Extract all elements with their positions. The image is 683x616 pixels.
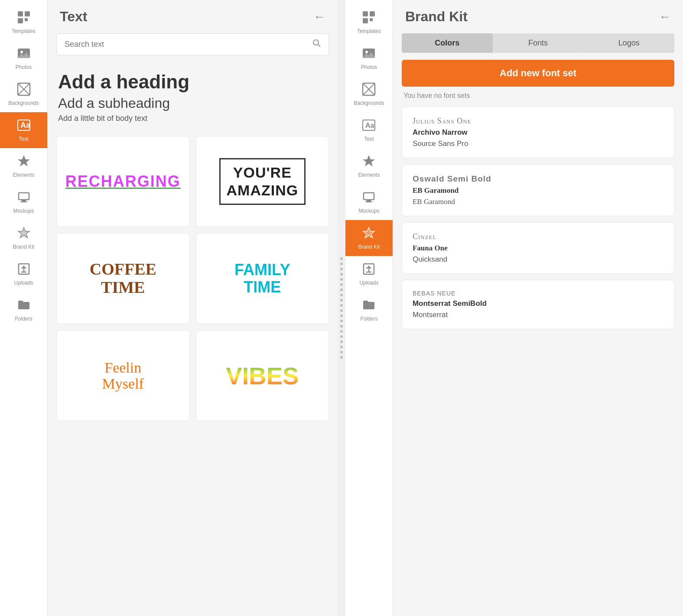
divider-dot [340, 304, 343, 307]
right-sidebar-item-uploads[interactable]: Uploads [345, 256, 393, 292]
sidebar-label-uploads: Uploads [14, 280, 33, 286]
svg-marker-30 [363, 155, 375, 166]
divider-dot [340, 351, 343, 353]
font-set-card-4[interactable]: Bebas Neue Montserrat SemiBold Montserra… [402, 280, 674, 329]
text-card-family[interactable]: FAMILYTIME [196, 233, 329, 324]
sidebar-item-photos[interactable]: Photos [0, 40, 47, 76]
brand-kit-icon [17, 226, 31, 242]
text-card-feelin[interactable]: FeelinMyself [56, 330, 190, 421]
add-body-button[interactable]: Add a little bit of body text [58, 114, 327, 123]
sidebar-label-backgrounds: Backgrounds [8, 100, 39, 106]
font-julius-sans: Julius Sans One [413, 117, 663, 126]
divider-dot [340, 309, 343, 312]
family-text: FAMILYTIME [234, 261, 290, 295]
text-card-grid: RECHARGING YOU'REAMAZING COFFEETIME FAMI… [48, 136, 338, 421]
sidebar-label-mockups: Mockups [13, 208, 34, 214]
add-subheading-button[interactable]: Add a subheading [58, 95, 327, 111]
tab-colors[interactable]: Colors [402, 33, 493, 53]
right-text-icon: Aa [362, 118, 376, 134]
font-bebas-neue: Bebas Neue [413, 290, 663, 297]
feelin-text: FeelinMyself [102, 360, 144, 392]
divider-dot [340, 263, 343, 265]
left-panel: Templates Photos Backgrounds Aa Text Ele… [0, 0, 338, 616]
svg-rect-14 [20, 201, 27, 202]
font-source-sans: Source Sans Pro [413, 139, 663, 148]
svg-rect-3 [25, 18, 28, 21]
right-sidebar-item-elements[interactable]: Elements [345, 148, 393, 184]
right-brand-kit-icon [362, 226, 376, 242]
svg-rect-13 [22, 200, 26, 201]
font-montserrat: Montserrat [413, 311, 663, 319]
right-elements-icon [362, 154, 376, 170]
left-sidebar: Templates Photos Backgrounds Aa Text Ele… [0, 0, 48, 616]
right-backgrounds-icon [362, 82, 376, 98]
tab-logos-label: Logos [618, 39, 640, 47]
backgrounds-icon [17, 82, 31, 98]
svg-marker-11 [18, 155, 30, 166]
font-set-card-1[interactable]: Julius Sans One Archivo Narrow Source Sa… [402, 107, 674, 158]
mockups-icon [17, 190, 31, 206]
font-quicksand: Quicksand [413, 255, 663, 264]
divider-dot [340, 340, 343, 343]
right-sidebar-item-brand-kit[interactable]: Brand Kit [345, 220, 393, 256]
svg-rect-22 [370, 18, 373, 21]
left-main-content: Text ← Add a heading Add a subheading Ad… [48, 0, 338, 616]
text-card-recharging[interactable]: RECHARGING [56, 136, 190, 227]
sidebar-item-elements[interactable]: Elements [0, 148, 47, 184]
text-card-amazing[interactable]: YOU'REAMAZING [196, 136, 329, 227]
photo-icon [17, 46, 31, 62]
right-sidebar-item-mockups[interactable]: Mockups [345, 184, 393, 220]
add-font-set-button[interactable]: Add new font set [402, 60, 674, 87]
right-sidebar-item-templates[interactable]: Templates [345, 4, 393, 40]
divider-dot [340, 335, 343, 338]
text-card-coffee[interactable]: COFFEETIME [56, 233, 190, 324]
panel-divider [338, 0, 345, 616]
sidebar-item-brand-kit[interactable]: Brand Kit [0, 220, 47, 256]
divider-dot [340, 356, 343, 359]
svg-rect-21 [363, 18, 368, 23]
right-sidebar-item-folders[interactable]: Folders [345, 292, 393, 328]
font-fauna-one: Fauna One [413, 244, 663, 253]
right-sidebar-label-backgrounds: Backgrounds [354, 100, 384, 106]
tab-logos[interactable]: Logos [583, 33, 674, 53]
divider-dot [340, 283, 343, 286]
sidebar-item-backgrounds[interactable]: Backgrounds [0, 76, 47, 112]
add-heading-button[interactable]: Add a heading [58, 71, 327, 93]
sidebar-item-templates[interactable]: Templates [0, 4, 47, 40]
divider-dot [340, 278, 343, 281]
svg-point-24 [365, 51, 368, 53]
divider-dot [340, 346, 343, 348]
sidebar-item-uploads[interactable]: Uploads [0, 256, 47, 292]
search-icon[interactable] [312, 38, 322, 51]
font-archivo-narrow: Archivo Narrow [413, 128, 663, 137]
sidebar-label-templates: Templates [12, 28, 36, 34]
left-back-button[interactable]: ← [313, 10, 325, 24]
right-sidebar-item-text[interactable]: Aa Text [345, 112, 393, 148]
right-back-button[interactable]: ← [659, 10, 671, 24]
svg-rect-2 [18, 18, 23, 23]
font-set-card-3[interactable]: Cinzel Fauna One Quicksand [402, 222, 674, 274]
sidebar-label-text: Text [19, 136, 28, 142]
folder-icon [17, 298, 31, 314]
divider-dot [340, 289, 343, 291]
grid-icon [17, 10, 31, 26]
right-sidebar-item-photos[interactable]: Photos [345, 40, 393, 76]
upload-icon [17, 262, 31, 278]
sidebar-item-mockups[interactable]: Mockups [0, 184, 47, 220]
font-sets-list: Julius Sans One Archivo Narrow Source Sa… [393, 107, 683, 329]
search-input[interactable] [56, 33, 329, 55]
right-grid-icon [362, 10, 376, 26]
right-panel: Templates Photos Backgrounds Aa Text Ele… [345, 0, 683, 616]
sidebar-item-text[interactable]: Aa Text [0, 112, 47, 148]
svg-rect-20 [370, 11, 375, 16]
svg-point-5 [20, 51, 23, 53]
sidebar-label-photos: Photos [16, 64, 32, 70]
text-card-vibes[interactable]: VIBES [196, 330, 329, 421]
sidebar-item-folders[interactable]: Folders [0, 292, 47, 328]
right-sidebar-item-backgrounds[interactable]: Backgrounds [345, 76, 393, 112]
divider-dot [340, 294, 343, 296]
tab-fonts[interactable]: Fonts [493, 33, 584, 53]
brand-kit-title: Brand Kit [405, 9, 468, 25]
left-panel-header: Text ← [48, 0, 338, 33]
font-set-card-2[interactable]: Oswald Semi Bold EB Garamond EB Garamond [402, 164, 674, 216]
